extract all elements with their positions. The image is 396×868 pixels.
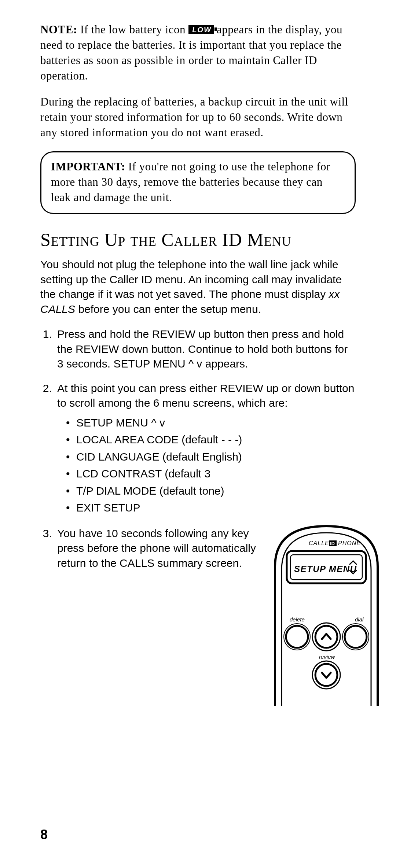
svg-point-5 — [345, 626, 367, 648]
intro-b: before you can enter the setup menu. — [75, 303, 261, 315]
svg-point-6 — [312, 623, 340, 651]
list-item: LOCAL AREA CODE (default - - -) — [67, 431, 356, 448]
section-heading: Setting Up the Caller ID Menu — [40, 229, 356, 251]
menu-bullets: SETUP MENU ^ v LOCAL AREA CODE (default … — [57, 414, 356, 517]
svg-point-9 — [315, 664, 337, 686]
list-item: EXIT SETUP — [67, 499, 356, 517]
step1-ital: SETUP MENU ^ v — [113, 358, 202, 370]
step3-ital: CALLS — [120, 557, 154, 569]
step2-text: At this point you can press either REVIE… — [57, 382, 354, 409]
step-3: You have 10 seconds following any key pr… — [55, 526, 356, 710]
svg-point-8 — [312, 661, 340, 689]
intro-a: You should not plug the telephone into t… — [40, 258, 342, 300]
important-callout: IMPORTANT: If you're not going to use th… — [40, 151, 356, 214]
phone-illustration: CALLER ID PHONE SETUP MENU — [264, 522, 389, 710]
svg-point-7 — [315, 626, 337, 648]
list-item: T/P DIAL MODE (default tone) — [67, 483, 356, 500]
phone-label-review: review — [319, 654, 336, 660]
list-item: SETUP MENU ^ v — [67, 414, 356, 432]
phone-label-delete: delete — [290, 616, 305, 623]
step-2: At this point you can press either REVIE… — [55, 381, 356, 517]
list-item: CID LANGUAGE (default English) — [67, 448, 356, 466]
phone-lcd-text: SETUP MENU — [294, 564, 357, 574]
svg-point-11 — [342, 624, 369, 650]
battery-backup-paragraph: During the replacing of batteries, a bac… — [40, 94, 356, 140]
phone-label-dial: dial — [355, 616, 364, 623]
low-battery-icon: LOW — [188, 25, 214, 34]
note-before-icon: If the low battery icon — [77, 23, 188, 36]
list-item: LCD CONTRAST (default 3 — [67, 465, 356, 483]
steps-list: Press and hold the REVIEW up button then… — [40, 327, 356, 709]
phone-brand-id: ID — [330, 541, 335, 546]
phone-icon: CALLER ID PHONE SETUP MENU — [264, 522, 389, 706]
step1-b: appears. — [202, 358, 248, 370]
intro-paragraph: You should not plug the telephone into t… — [40, 257, 356, 317]
svg-point-10 — [284, 624, 310, 650]
note-paragraph: NOTE: If the low battery icon LOW appear… — [40, 22, 356, 83]
important-label: IMPORTANT: — [51, 160, 125, 173]
step-1: Press and hold the REVIEW up button then… — [55, 327, 356, 372]
step3-b: summary screen. — [154, 557, 242, 569]
svg-point-4 — [286, 626, 308, 648]
phone-brand-right: PHONE — [338, 540, 361, 546]
note-label: NOTE: — [40, 23, 77, 36]
page-number: 8 — [40, 827, 48, 842]
